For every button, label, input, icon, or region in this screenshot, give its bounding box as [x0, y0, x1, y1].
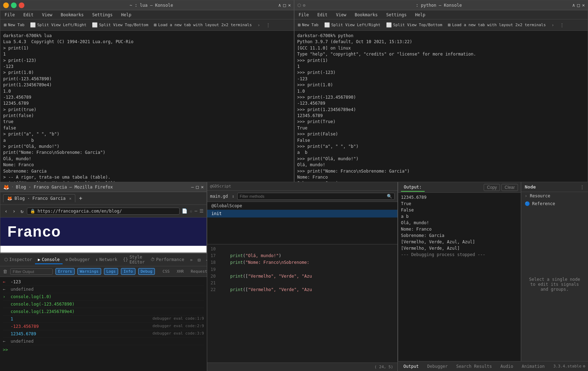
menu-bookmarks[interactable]: Bookmarks — [59, 12, 85, 18]
py-split-lr-label: Split View Left/Right — [331, 23, 380, 27]
py-load-layout-btn[interactable]: ⊞ Load a new tab with layout 2x2 termina… — [446, 21, 548, 29]
lua-terminal[interactable]: darkstar-6700k% lua Lua 5.4.3 Copyright … — [0, 31, 294, 182]
godot-tab-audio[interactable]: Audio — [497, 363, 516, 370]
py-split-lr-btn[interactable]: ⬜ Split View Left/Right — [322, 21, 383, 29]
ff-titlebar-restore[interactable]: □ — [196, 184, 199, 190]
py-menu-help[interactable]: Help — [414, 12, 427, 18]
menu-edit[interactable]: Edit — [22, 12, 35, 18]
bookmark-icon[interactable]: ☆ — [190, 208, 192, 214]
line-code: print(["Vermelho", "Verde", "Azu — [220, 273, 312, 280]
py-menu-view[interactable]: View — [334, 12, 348, 18]
gdscript-init-method[interactable]: init — [207, 210, 397, 218]
gdscript-sort-icon[interactable]: ↕ — [232, 194, 234, 199]
py-menu-file[interactable]: File — [297, 12, 310, 18]
terminal-line: > -- A rigor, trata-se uma tabela (table… — [3, 174, 291, 180]
devtools-more-tabs[interactable]: » — [187, 256, 196, 264]
godot-tab-animation[interactable]: Animation — [519, 363, 547, 370]
filter-info-btn[interactable]: Info — [121, 268, 135, 275]
gdscript-file-tab[interactable]: main.gd ↕ — [210, 194, 234, 199]
console-arrow-left2-icon: ← — [3, 338, 8, 344]
node-inspector-menu-icon[interactable]: ⋮ — [580, 184, 584, 190]
python-konsole-title: : python — Konsole — [305, 3, 572, 8]
url-bar[interactable]: 🔒 https://francogarcia.com/en/blog/ — [27, 208, 180, 215]
filter-errors-btn[interactable]: Errors — [56, 268, 75, 275]
tab-close-btn[interactable]: ✕ — [69, 196, 72, 201]
py-titlebar-close[interactable]: ✕ — [582, 2, 585, 8]
terminal-line: Sobrenome: Garcia — [297, 180, 585, 182]
node-resource-btn[interactable]: › Resource — [521, 192, 588, 200]
filter-xhr-btn[interactable]: XHR — [175, 268, 186, 274]
py-menu-edit[interactable]: Edit — [316, 12, 329, 18]
ff-titlebar-close[interactable]: ✕ — [201, 184, 204, 190]
menu-help[interactable]: Help — [120, 12, 133, 18]
filter-logs-btn[interactable]: Logs — [104, 268, 118, 275]
node-reference-btn[interactable]: 🔵 Reference — [521, 200, 588, 208]
split-top-bottom-btn[interactable]: ⬜ Split View Top/Bottom — [90, 21, 150, 29]
terminal-line: a b — [3, 138, 291, 144]
py-toolbar-more-icon[interactable]: › — [549, 22, 557, 28]
py-new-tab-icon: ⊞ — [298, 22, 301, 28]
godot-tab-output[interactable]: Output: — [401, 183, 425, 192]
devtools-dock-icon[interactable]: ⊟ — [196, 256, 203, 263]
python-terminal[interactable]: darkstar-6700k% python Python 3.9.7 (def… — [295, 31, 588, 182]
load-layout-btn[interactable]: ⊞ Load a new tab with layout 2x2 termina… — [152, 21, 254, 29]
godot-settings-icon[interactable]: ⚙ — [583, 364, 585, 369]
performance-icon: ⏱ — [151, 257, 155, 262]
gdscript-filter[interactable]: 🔍 — [237, 193, 395, 200]
filter-warnings-btn[interactable]: Warnings — [77, 268, 101, 275]
toolbar-extra-icon[interactable]: ⋮ — [264, 22, 273, 28]
tab-inspector[interactable]: ⬡ Inspector — [1, 256, 35, 264]
tab-performance[interactable]: ⏱ Performance — [148, 256, 187, 264]
godot-tab-output[interactable]: Output — [401, 363, 421, 370]
console-label: Console — [42, 257, 60, 262]
close-btn[interactable] — [19, 2, 24, 8]
godot-line: Olá, mundo! — [401, 220, 518, 226]
firefox-tab-blog[interactable]: 🦊 Blog · Franco Garcia ✕ — [3, 194, 75, 202]
gdscript-code[interactable]: 10 17 print("Olá, mundo!") 18 print("Nom… — [207, 244, 397, 363]
pocket-icon[interactable]: ⋯ — [194, 208, 197, 214]
copy-btn[interactable]: Copy — [484, 184, 500, 191]
maximize-btn[interactable] — [11, 2, 17, 8]
toolbar-more-icon[interactable]: › — [255, 22, 262, 28]
tab-style-editor[interactable]: {} Style Editor — [120, 253, 148, 267]
godot-output-buttons: Copy Clear — [484, 184, 518, 191]
py-toolbar-extra-icon[interactable]: ⋮ — [558, 22, 566, 28]
gdscript-filter-input[interactable] — [240, 194, 387, 198]
tab-network[interactable]: ↕ Network — [93, 256, 120, 264]
split-left-right-btn[interactable]: ⬜ Split View Left/Right — [28, 21, 88, 29]
py-menu-bookmarks[interactable]: Bookmarks — [353, 12, 379, 18]
gdscript-global-scope[interactable]: @GlobalScope — [207, 202, 397, 210]
new-tab-btn[interactable]: + — [77, 194, 85, 202]
filter-debug-btn[interactable]: Debug — [138, 268, 155, 275]
back-btn[interactable]: ‹ — [3, 207, 9, 215]
py-split-tb-btn[interactable]: ⬜ Split View Top/Bottom — [384, 21, 444, 29]
menu-file[interactable]: File — [3, 12, 16, 18]
godot-tab-debugger[interactable]: Debugger — [424, 363, 450, 370]
reader-mode-icon[interactable]: 📄 — [182, 208, 187, 214]
refresh-btn[interactable]: ↻ — [19, 207, 25, 215]
godot-line: a b — [401, 213, 518, 220]
godot-tab-search[interactable]: Search Results — [453, 363, 495, 370]
forward-btn[interactable]: › — [11, 207, 17, 215]
url-text: https://francogarcia.com/en/blog/ — [37, 209, 176, 214]
menu-view[interactable]: View — [41, 12, 54, 18]
titlebar-close-icon[interactable]: ✕ — [288, 2, 291, 8]
new-tab-btn[interactable]: ⊞ New Tab — [2, 21, 27, 29]
clear-btn[interactable]: Clear — [501, 184, 518, 191]
minimize-btn[interactable] — [3, 2, 9, 8]
console-text: 1 — [11, 316, 150, 322]
filter-css-btn[interactable]: CSS — [161, 268, 172, 274]
filter-output-input[interactable] — [10, 268, 53, 275]
python-konsole-window: ⬡ ⚙ : python — Konsole ∧ □ ✕ File Edit V… — [294, 0, 588, 182]
ff-titlebar-minimize[interactable]: — — [191, 184, 194, 190]
tab-console[interactable]: ▶ Console — [35, 256, 63, 264]
devtools-console-output[interactable]: ← -123 ← undefined › console.log(1.0) co… — [0, 277, 207, 371]
py-new-tab-btn[interactable]: ⊞ New Tab — [296, 21, 321, 29]
trash-icon[interactable]: 🗑 — [3, 269, 7, 274]
console-input-line[interactable]: >> — [3, 345, 204, 354]
console-source: debugger eval code:3:9 — [152, 331, 204, 337]
menu-settings[interactable]: Settings — [91, 12, 114, 18]
tab-debugger[interactable]: ⚙ Debugger — [63, 256, 93, 264]
py-menu-settings[interactable]: Settings — [385, 12, 408, 18]
menu-btn[interactable]: ☰ — [199, 208, 204, 214]
